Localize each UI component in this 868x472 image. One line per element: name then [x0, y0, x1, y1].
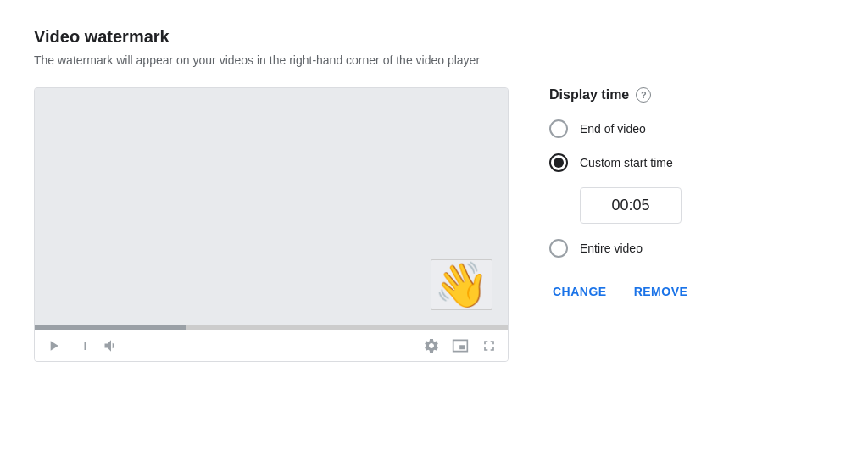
watermark-emoji: 👋	[431, 259, 492, 310]
video-player: 👋	[34, 87, 509, 362]
radio-circle-end-of-video	[549, 119, 568, 138]
time-input[interactable]	[580, 187, 682, 224]
radio-label-entire-video: Entire video	[580, 242, 643, 255]
display-time-header: Display time ?	[549, 87, 834, 103]
radio-option-custom-start-time[interactable]: Custom start time	[549, 153, 834, 172]
action-buttons: CHANGE REMOVE	[549, 278, 834, 305]
video-controls	[35, 330, 508, 361]
page-subtitle: The watermark will appear on your videos…	[34, 53, 834, 67]
radio-label-custom-start-time: Custom start time	[580, 156, 673, 169]
volume-icon[interactable]	[103, 337, 120, 354]
radio-circle-custom-start-time	[549, 153, 568, 172]
video-progress-bar[interactable]	[35, 325, 508, 330]
play-icon[interactable]	[45, 337, 62, 354]
radio-circle-entire-video	[549, 239, 568, 258]
radio-label-end-of-video: End of video	[580, 122, 646, 136]
video-progress-fill	[35, 325, 186, 330]
page-title: Video watermark	[34, 27, 834, 47]
main-content: 👋	[34, 87, 834, 362]
display-time-label: Display time	[549, 87, 629, 103]
remove-button[interactable]: REMOVE	[631, 278, 692, 305]
skip-next-icon[interactable]	[74, 337, 91, 354]
controls-right	[423, 337, 498, 354]
video-screen: 👋	[35, 88, 508, 325]
fullscreen-icon[interactable]	[481, 337, 498, 354]
display-time-panel: Display time ? End of video Custom start…	[549, 87, 834, 305]
settings-icon[interactable]	[423, 337, 440, 354]
page-container: Video watermark The watermark will appea…	[34, 27, 834, 362]
radio-option-end-of-video[interactable]: End of video	[549, 119, 834, 138]
radio-option-entire-video[interactable]: Entire video	[549, 239, 834, 258]
miniplayer-icon[interactable]	[452, 337, 469, 354]
controls-left	[45, 337, 120, 354]
time-input-container	[580, 187, 834, 224]
change-button[interactable]: CHANGE	[549, 278, 610, 305]
help-icon[interactable]: ?	[636, 87, 651, 103]
